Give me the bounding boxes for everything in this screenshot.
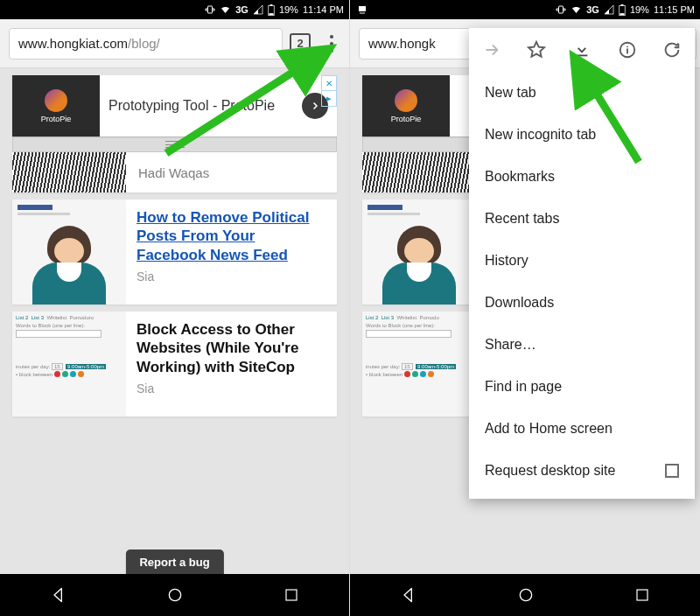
svg-rect-8 <box>359 6 366 11</box>
bookmark-star-icon[interactable] <box>527 40 546 60</box>
menu-bookmarks[interactable]: Bookmarks <box>469 156 695 198</box>
web-page[interactable]: ProtoPie Prototyping Tool - ProtoPie ✕ ▸… <box>0 68 349 574</box>
recents-icon[interactable] <box>634 587 650 603</box>
refresh-icon[interactable] <box>662 40 682 60</box>
article-author: Sia <box>136 382 326 396</box>
article-card[interactable]: How to Remove Political Posts From Your … <box>12 200 337 304</box>
download-icon[interactable] <box>572 40 592 60</box>
battery-icon <box>619 4 626 16</box>
ad-banner[interactable]: ProtoPie Prototyping Tool - ProtoPie ✕ ▸ <box>12 75 337 136</box>
wifi-icon <box>220 4 231 15</box>
download-notif-icon <box>357 4 368 15</box>
chrome-toolbar: www.hongkiat.com/blog/ 2 <box>0 19 349 68</box>
tab-switcher[interactable]: 2 <box>290 33 311 54</box>
menu-history[interactable]: History <box>469 240 695 282</box>
back-icon[interactable] <box>50 586 67 604</box>
article-title: Block Access to Other Websites (While Yo… <box>136 320 326 376</box>
article-title[interactable]: How to Remove Political Posts From Your … <box>136 208 326 264</box>
author-thumb <box>12 152 126 192</box>
info-icon[interactable] <box>618 40 637 60</box>
svg-rect-3 <box>269 13 273 15</box>
menu-new-tab[interactable]: New tab <box>469 72 695 114</box>
menu-share[interactable]: Share… <box>469 324 695 366</box>
article-card[interactable]: List 2 List 3 Whitelist Pomodoro Words t… <box>12 312 337 416</box>
phone-right: 3G 19% 11:15 PM www.hongk ProtoPie <box>350 0 700 616</box>
author-strip[interactable]: Hadi Waqas <box>12 152 337 192</box>
svg-rect-18 <box>637 590 648 600</box>
wifi-icon <box>570 4 582 15</box>
article-thumb <box>12 200 126 304</box>
back-icon[interactable] <box>400 586 417 604</box>
battery-percent: 19% <box>630 4 649 15</box>
ad-close-icon[interactable]: ✕ <box>321 75 337 91</box>
url-path: /blog/ <box>128 36 160 51</box>
svg-rect-13 <box>577 55 588 57</box>
signal-icon <box>253 4 263 15</box>
drag-handle-icon[interactable] <box>12 136 337 152</box>
vibrate-icon <box>556 4 566 15</box>
svg-rect-0 <box>208 6 213 13</box>
forward-icon[interactable] <box>482 40 501 60</box>
url-host: www.hongkiat.com <box>18 36 128 51</box>
menu-downloads[interactable]: Downloads <box>469 282 695 324</box>
menu-request-desktop[interactable]: Request desktop site <box>469 450 695 492</box>
home-icon[interactable] <box>166 586 184 604</box>
status-bar-left: 3G 19% 11:14 PM <box>0 0 349 19</box>
ad-text: Prototyping Tool - ProtoPie <box>100 97 302 114</box>
battery-percent: 19% <box>279 4 298 15</box>
svg-rect-7 <box>286 590 297 600</box>
ad-logo: ProtoPie <box>12 75 100 136</box>
menu-request-desktop-label: Request desktop site <box>485 463 615 479</box>
checkbox-icon[interactable] <box>665 464 679 478</box>
android-navbar <box>0 574 349 616</box>
article-author: Sia <box>136 270 326 284</box>
home-icon[interactable] <box>517 586 535 604</box>
battery-icon <box>268 4 275 16</box>
android-navbar <box>350 574 700 616</box>
status-time: 11:14 PM <box>303 4 344 15</box>
svg-point-6 <box>170 589 181 600</box>
recents-icon[interactable] <box>284 587 299 603</box>
ad-info-icon[interactable]: ▸ <box>321 91 337 107</box>
network-type: 3G <box>586 4 599 15</box>
phone-left: 3G 19% 11:14 PM www.hongkiat.com/blog/ 2… <box>0 0 350 616</box>
menu-recent-tabs[interactable]: Recent tabs <box>469 198 695 240</box>
overflow-menu-button[interactable] <box>318 26 346 61</box>
menu-add-home[interactable]: Add to Home screen <box>469 408 695 450</box>
svg-point-17 <box>520 589 531 600</box>
status-bar-right: 3G 19% 11:15 PM <box>350 0 700 19</box>
vibrate-icon <box>205 4 215 15</box>
article-thumb: List 2 List 3 Whitelist Pomodoro Words t… <box>12 312 126 416</box>
url-bar[interactable]: www.hongkiat.com/blog/ <box>9 28 283 60</box>
menu-find-in-page[interactable]: Find in page <box>469 366 695 408</box>
url-visible: www.hongk <box>368 36 436 51</box>
author-name: Hadi Waqas <box>126 165 209 180</box>
chrome-overflow-menu: New tab New incognito tab Bookmarks Rece… <box>469 28 695 499</box>
report-bug-button[interactable]: Report a bug <box>125 550 223 574</box>
status-time: 11:15 PM <box>654 4 695 15</box>
signal-icon <box>604 4 614 15</box>
network-type: 3G <box>235 4 248 15</box>
menu-new-incognito[interactable]: New incognito tab <box>469 114 695 156</box>
svg-rect-9 <box>559 6 564 13</box>
svg-rect-12 <box>620 13 624 15</box>
